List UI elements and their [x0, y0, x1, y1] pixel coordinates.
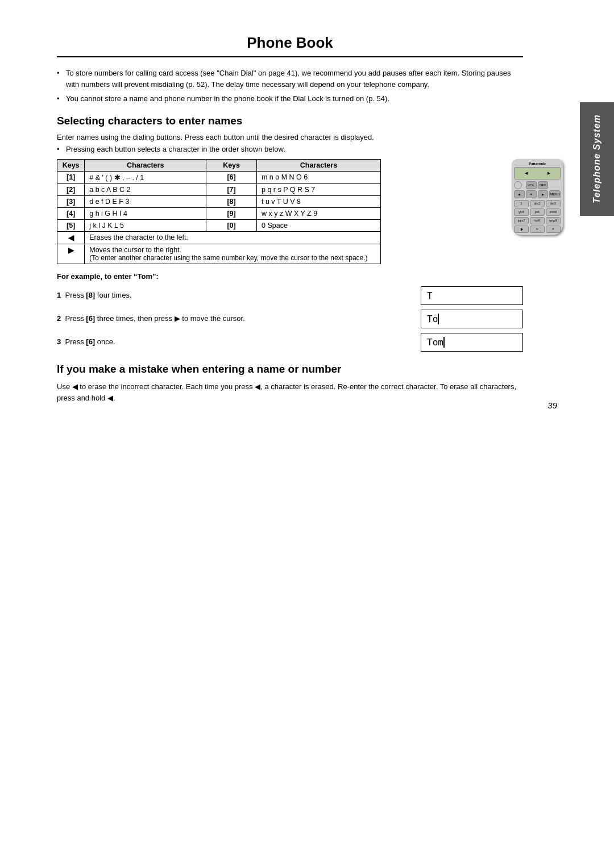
phone-key-star: ✱: [514, 226, 529, 233]
phone-key-3: def3: [546, 200, 561, 207]
side-tab-label: Telephone System: [592, 115, 602, 204]
phone-key-5: jkl5: [530, 208, 545, 216]
phone-nav-left: ◀: [514, 190, 525, 198]
table-row: [3] d e f D E F 3 [8] t u v T U V 8: [57, 195, 381, 207]
key-6: [6]: [206, 171, 257, 183]
step-3-display: Tom: [421, 333, 523, 352]
chars-3: d e f D E F 3: [85, 195, 206, 207]
example-section: For example, to enter “Tom”: 1 Press [8]…: [57, 272, 523, 352]
chars-4: g h i G H I 4: [85, 207, 206, 219]
side-tab: Telephone System: [580, 102, 614, 216]
forward-arrow-desc: Moves the cursor to the right.(To enter …: [85, 244, 381, 264]
step-3-text: 3 Press [6] once.: [57, 336, 409, 348]
key-8: [8]: [206, 195, 257, 207]
key-5: [5]: [57, 219, 85, 231]
table-row: [2] a b c A B C 2 [7] p q r s P Q R S 7: [57, 183, 381, 195]
phone-brand: Panasonic: [514, 161, 561, 166]
phone-image: Panasonic ◀ ▶ VOL OFF ◀ ▼ ▶ MENU 1: [506, 159, 569, 235]
phone-vol-btn: VOL: [526, 181, 537, 189]
step-2-display: To: [421, 310, 523, 328]
phone-keypad: 1 abc2 def3 ghi4 jkl5 mno6 pqrs7 tuv8 wx…: [514, 200, 561, 233]
chars-1: # & ' ( ) ✱ , – . / 1: [85, 171, 206, 183]
phone-key-2: abc2: [530, 200, 545, 207]
forward-arrow-icon: ▶: [57, 244, 85, 264]
page-number: 39: [547, 400, 557, 410]
mistake-section-desc: Use ◀ to erase the incorrect character. …: [57, 381, 523, 405]
chars-7: p q r s P Q R S 7: [256, 183, 380, 195]
key-1: [1]: [57, 171, 85, 183]
page-title: Phone Book: [57, 34, 523, 57]
table-row: [4] g h i G H I 4 [9] w x y z W X Y Z 9: [57, 207, 381, 219]
chars-8: t u v T U V 8: [256, 195, 380, 207]
key-9: [9]: [206, 207, 257, 219]
back-arrow-desc: Erases the character to the left.: [85, 231, 381, 244]
bullet-item: To store numbers for calling card access…: [57, 68, 523, 90]
phone-nav-center: ▼: [526, 190, 537, 198]
back-arrow-icon: ◀: [57, 231, 85, 244]
phone-nav-up: [514, 181, 522, 189]
mistake-section-title: If you make a mistake when entering a na…: [57, 363, 523, 375]
chars-6: m n o M N O 6: [256, 171, 380, 183]
chars-0: 0 Space: [256, 219, 380, 231]
characters-table: Keys Characters Keys Characters [1] # & …: [57, 159, 381, 264]
example-title: For example, to enter “Tom”:: [57, 272, 523, 281]
chars-5: j k l J K L 5: [85, 219, 206, 231]
table-row-forward-arrow: ▶ Moves the cursor to the right.(To ente…: [57, 244, 381, 264]
phone-key-4: ghi4: [514, 208, 529, 216]
table-row: [1] # & ' ( ) ✱ , – . / 1 [6] m n o M N …: [57, 171, 381, 183]
chars-9: w x y z W X Y Z 9: [256, 207, 380, 219]
key-4: [4]: [57, 207, 85, 219]
phone-nav-right: ▶: [538, 190, 549, 198]
table-row-back-arrow: ◀ Erases the character to the left.: [57, 231, 381, 244]
key-7: [7]: [206, 183, 257, 195]
intro-bullets: To store numbers for calling card access…: [57, 68, 523, 105]
selecting-section-title: Selecting characters to enter names: [57, 115, 523, 127]
characters-table-wrapper: Keys Characters Keys Characters [1] # & …: [57, 159, 495, 264]
col-chars-1: Characters: [85, 159, 206, 171]
page-container: Telephone System Phone Book To store num…: [0, 0, 614, 439]
key-2: [2]: [57, 183, 85, 195]
phone-off-btn: OFF: [538, 181, 549, 189]
col-keys-1: Keys: [57, 159, 85, 171]
key-3: [3]: [57, 195, 85, 207]
table-row: [5] j k l J K L 5 [0] 0 Space: [57, 219, 381, 231]
table-area: Keys Characters Keys Characters [1] # & …: [57, 159, 569, 264]
bullet-item: You cannot store a name and phone number…: [57, 93, 523, 105]
phone-key-7: pqrs7: [514, 217, 529, 224]
phone-key-8: tuv8: [530, 217, 545, 224]
col-keys-2: Keys: [206, 159, 257, 171]
selecting-section-desc: Enter names using the dialing buttons. P…: [57, 133, 523, 141]
phone-key-9: wxyz9: [546, 217, 561, 224]
key-0: [0]: [206, 219, 257, 231]
example-step-1: 1 Press [8] four times. T: [57, 286, 523, 305]
phone-key-hash: #: [546, 226, 561, 233]
step-1-display: T: [421, 286, 523, 305]
phone-body: Panasonic ◀ ▶ VOL OFF ◀ ▼ ▶ MENU 1: [512, 159, 563, 235]
phone-key-0: 0: [530, 226, 545, 233]
phone-screen: ◀ ▶: [514, 167, 561, 180]
step-1-text: 1 Press [8] four times.: [57, 290, 409, 301]
example-steps: 1 Press [8] four times. T 2 Press [6] th…: [57, 286, 523, 352]
step-2-text: 2 Press [6] three times, then press ▶ to…: [57, 313, 409, 324]
phone-key-1: 1: [514, 200, 529, 207]
selecting-sub-bullet: Pressing each button selects a character…: [57, 145, 523, 153]
example-step-3: 3 Press [6] once. Tom: [57, 333, 523, 352]
phone-menu-btn: MENU: [549, 190, 561, 198]
chars-2: a b c A B C 2: [85, 183, 206, 195]
example-step-2: 2 Press [6] three times, then press ▶ to…: [57, 310, 523, 328]
phone-key-6: mno6: [546, 208, 561, 216]
col-chars-2: Characters: [256, 159, 380, 171]
